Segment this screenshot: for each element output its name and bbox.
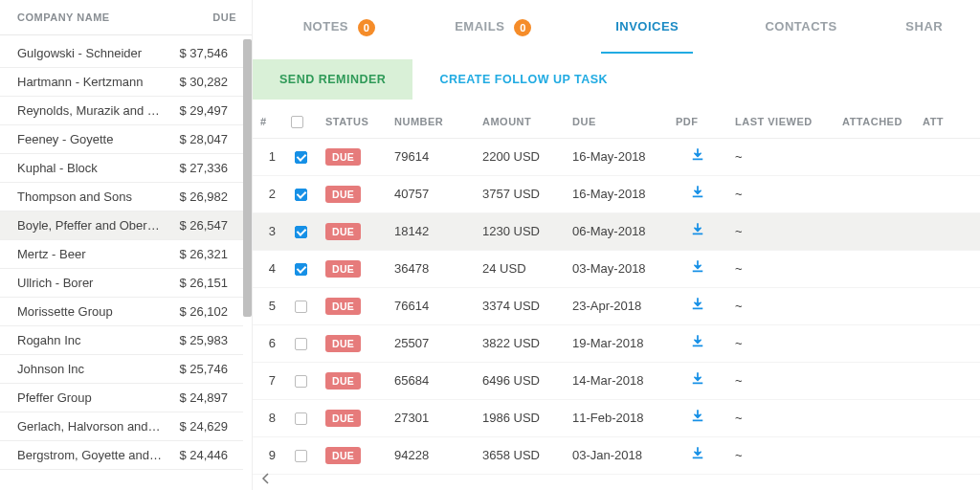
column-header-last-viewed[interactable]: LAST VIEWED	[727, 105, 835, 138]
row-att2	[915, 250, 980, 287]
download-icon[interactable]	[691, 335, 704, 351]
row-amount: 3374 USD	[475, 287, 565, 324]
download-icon[interactable]	[691, 186, 704, 202]
sidebar-item[interactable]: Thompson and Sons$ 26,982	[0, 183, 243, 212]
sidebar-item[interactable]: Hartmann - Kertzmann$ 30,282	[0, 68, 243, 97]
row-due-date: 16-May-2018	[565, 138, 668, 175]
create-follow-up-button[interactable]: CREATE FOLLOW UP TASK	[412, 59, 635, 100]
table-row[interactable]: 6DUE255073822 USD19-Mar-2018~	[253, 324, 980, 362]
column-header-company[interactable]: COMPANY NAME	[17, 11, 171, 23]
sidebar-item[interactable]: Rogahn Inc$ 25,983	[0, 326, 243, 355]
company-name: Hartmann - Kertzmann	[17, 75, 163, 89]
sidebar-item[interactable]: Reynolds, Murazik and Wiza$ 29,497	[0, 97, 243, 125]
sidebar-item[interactable]: Gulgowski - Schneider$ 37,546	[0, 39, 243, 68]
sidebar-item[interactable]: Ullrich - Borer$ 26,151	[0, 269, 243, 298]
row-pdf	[668, 287, 727, 324]
table-row[interactable]: 2DUE407573757 USD16-May-2018~	[253, 175, 980, 212]
row-last-viewed: ~	[727, 436, 835, 474]
row-pdf	[668, 138, 727, 175]
column-header-number[interactable]: NUMBER	[387, 105, 475, 138]
row-index: 2	[253, 175, 283, 212]
row-due-date: 06-May-2018	[565, 212, 668, 250]
download-icon[interactable]	[691, 298, 704, 314]
row-index: 3	[253, 212, 283, 250]
company-name: Feeney - Goyette	[17, 132, 163, 146]
sidebar-item[interactable]: Kuphal - Block$ 27,336	[0, 154, 243, 183]
row-select-checkbox[interactable]	[295, 412, 307, 425]
row-select-checkbox[interactable]	[295, 151, 307, 164]
status-pill: DUE	[325, 372, 361, 390]
tab-emails[interactable]: EMAILS 0	[416, 4, 570, 54]
status-pill: DUE	[325, 186, 361, 203]
download-icon[interactable]	[691, 372, 704, 389]
horizontal-scroll-left-icon[interactable]	[260, 473, 272, 484]
row-amount: 24 USD	[475, 250, 565, 287]
send-reminder-button[interactable]: SEND REMINDER	[253, 59, 412, 100]
row-select-checkbox[interactable]	[295, 375, 307, 388]
tab-label: EMAILS	[455, 19, 504, 33]
sidebar-item[interactable]: Gerlach, Halvorson and Kuvalis$ 24,629	[0, 412, 243, 441]
row-select-checkbox[interactable]	[295, 226, 307, 238]
sidebar-scrollbar-thumb[interactable]	[243, 39, 252, 317]
tab-invoices[interactable]: INVOICES	[570, 4, 724, 54]
tab-contacts[interactable]: CONTACTS	[724, 4, 879, 54]
download-icon[interactable]	[691, 410, 704, 426]
row-status: DUE	[318, 362, 387, 399]
download-icon[interactable]	[691, 260, 704, 277]
sidebar-item[interactable]: Morissette Group$ 26,102	[0, 298, 243, 326]
row-number: 27301	[387, 399, 475, 436]
column-header-due[interactable]: DUE	[171, 11, 236, 23]
row-amount: 3822 USD	[475, 324, 565, 362]
row-attached	[835, 287, 915, 324]
sidebar-item[interactable]: Bergstrom, Goyette and Nikolaus$ 24,446	[0, 441, 243, 470]
row-select-cell	[283, 212, 318, 250]
select-all-checkbox[interactable]	[291, 116, 303, 128]
company-name: Gulgowski - Schneider	[17, 46, 163, 60]
row-status: DUE	[318, 436, 387, 474]
tab-notes[interactable]: NOTES 0	[262, 4, 416, 54]
row-select-checkbox[interactable]	[295, 450, 307, 462]
table-row[interactable]: 3DUE181421230 USD06-May-2018~	[253, 212, 980, 250]
column-header-attached[interactable]: ATTACHED	[835, 105, 915, 138]
table-row[interactable]: 5DUE766143374 USD23-Apr-2018~	[253, 287, 980, 324]
sidebar-item[interactable]: Feeney - Goyette$ 28,047	[0, 125, 243, 154]
row-select-checkbox[interactable]	[295, 263, 307, 276]
row-select-checkbox[interactable]	[295, 338, 307, 350]
sidebar-item[interactable]: Johnson Inc$ 25,746	[0, 355, 243, 384]
download-icon[interactable]	[691, 148, 704, 165]
column-header-amount[interactable]: AMOUNT	[475, 105, 565, 138]
company-name: Reynolds, Murazik and Wiza	[17, 103, 163, 118]
tab-share[interactable]: SHAR	[879, 4, 971, 54]
company-name: Boyle, Pfeffer and Oberbrunner	[17, 218, 163, 233]
sidebar-item[interactable]: Pfeffer Group$ 24,897	[0, 384, 243, 412]
download-icon[interactable]	[691, 223, 704, 239]
tab-label: INVOICES	[615, 19, 679, 33]
table-row[interactable]: 1DUE796142200 USD16-May-2018~	[253, 138, 980, 175]
table-row[interactable]: 4DUE3647824 USD03-May-2018~	[253, 250, 980, 287]
row-attached	[835, 324, 915, 362]
row-amount: 6496 USD	[475, 362, 565, 399]
row-number: 25507	[387, 324, 475, 362]
tab-label: SHAR	[905, 19, 943, 33]
sidebar-item[interactable]: Mertz - Beer$ 26,321	[0, 240, 243, 269]
column-header-att[interactable]: ATT	[915, 105, 980, 138]
column-header-status[interactable]: STATUS	[318, 105, 387, 138]
row-select-checkbox[interactable]	[295, 301, 307, 313]
company-due: $ 26,982	[163, 189, 228, 204]
download-icon[interactable]	[691, 447, 704, 463]
table-row[interactable]: 9DUE942283658 USD03-Jan-2018~	[253, 436, 980, 474]
column-header-pdf[interactable]: PDF	[668, 105, 727, 138]
sidebar-header: COMPANY NAME DUE	[0, 0, 252, 35]
sidebar-scrollbar-track[interactable]	[243, 39, 252, 490]
table-row[interactable]: 8DUE273011986 USD11-Feb-2018~	[253, 399, 980, 436]
row-attached	[835, 436, 915, 474]
row-att2	[915, 324, 980, 362]
row-select-checkbox[interactable]	[295, 189, 307, 201]
company-due: $ 28,047	[163, 132, 228, 146]
column-header-due[interactable]: DUE	[565, 105, 668, 138]
table-row[interactable]: 7DUE656846496 USD14-Mar-2018~	[253, 362, 980, 399]
row-due-date: 19-Mar-2018	[565, 324, 668, 362]
row-index: 8	[253, 399, 283, 436]
column-header-index: #	[253, 105, 283, 138]
sidebar-item[interactable]: Boyle, Pfeffer and Oberbrunner$ 26,547	[0, 212, 243, 240]
